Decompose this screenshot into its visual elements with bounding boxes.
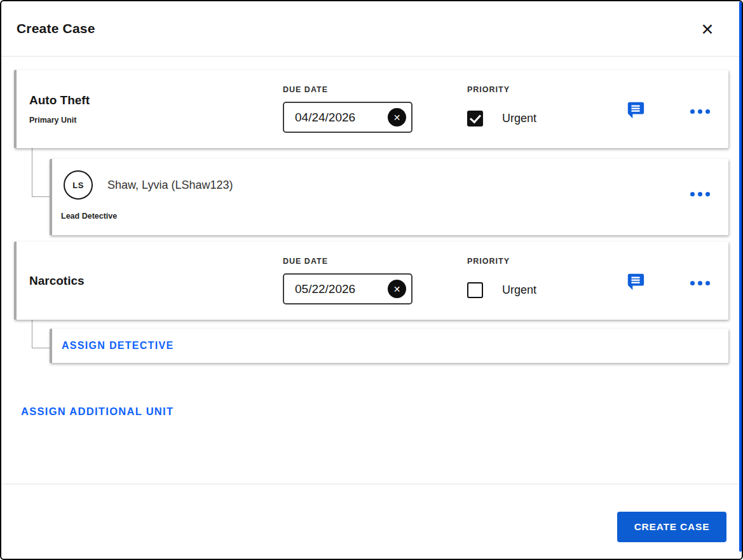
unit-name: Auto Theft	[29, 93, 271, 107]
modal-header: Create Case ✕	[1, 1, 742, 57]
priority-field: PRIORITY Urgent	[467, 85, 536, 126]
priority-label: PRIORITY	[467, 257, 536, 266]
create-case-modal: Create Case ✕ Auto Theft Primary Unit DU…	[0, 0, 743, 560]
detective-name: Shaw, Lyvia (LShaw123)	[107, 179, 233, 192]
unit-name: Narcotics	[29, 274, 271, 288]
unit-info: Narcotics	[29, 242, 271, 320]
due-date-field: DUE DATE ✕	[283, 257, 412, 304]
assign-additional-unit-link[interactable]: ASSIGN ADDITIONAL UNIT	[21, 406, 174, 418]
priority-label: PRIORITY	[467, 85, 536, 94]
detective-role: Lead Detective	[61, 212, 117, 221]
urgent-checkbox[interactable]	[467, 282, 483, 298]
clear-date-icon[interactable]: ✕	[388, 280, 406, 298]
scrollbar-thumb[interactable]	[739, 1, 742, 552]
footer-divider	[1, 484, 742, 484]
urgent-checkbox[interactable]	[467, 111, 483, 126]
overflow-menu-icon[interactable]	[688, 189, 712, 199]
due-date-label: DUE DATE	[283, 257, 412, 266]
detective-card: LS Shaw, Lyvia (LShaw123) Lead Detective	[50, 159, 728, 235]
unit-info: Auto Theft Primary Unit	[29, 70, 271, 148]
clear-date-icon[interactable]: ✕	[388, 108, 406, 126]
unit-card-narcotics: Narcotics DUE DATE ✕ PRIORITY Urgent	[14, 242, 728, 320]
chat-bubble-icon[interactable]	[626, 272, 645, 291]
assign-detective-card: ASSIGN DETECTIVE	[50, 329, 728, 363]
connector-line	[32, 320, 32, 348]
assign-detective-link[interactable]: ASSIGN DETECTIVE	[62, 340, 174, 352]
avatar: LS	[64, 170, 93, 200]
chat-bubble-icon[interactable]	[626, 100, 645, 120]
connector-line	[32, 348, 50, 348]
due-date-field: DUE DATE ✕	[283, 85, 412, 133]
priority-field: PRIORITY Urgent	[467, 257, 536, 298]
urgent-label: Urgent	[502, 112, 536, 125]
due-date-label: DUE DATE	[283, 85, 412, 94]
create-case-button[interactable]: CREATE CASE	[617, 512, 726, 542]
unit-card-auto-theft: Auto Theft Primary Unit DUE DATE ✕ PRIOR…	[14, 70, 728, 148]
unit-subtitle: Primary Unit	[29, 116, 271, 125]
overflow-menu-icon[interactable]	[688, 107, 712, 116]
modal-title: Create Case	[17, 21, 95, 36]
close-icon[interactable]: ✕	[695, 17, 720, 42]
overflow-menu-icon[interactable]	[688, 278, 712, 288]
urgent-label: Urgent	[502, 283, 536, 297]
connector-line	[32, 196, 50, 197]
connector-line	[32, 148, 32, 197]
